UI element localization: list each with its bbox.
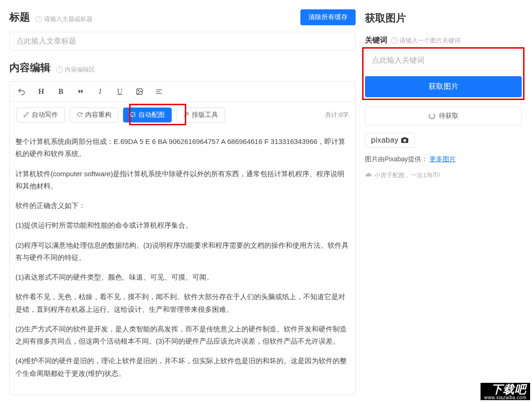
quote-icon[interactable] xyxy=(75,86,86,97)
undo-icon[interactable] xyxy=(16,86,27,97)
title-label: 标题 xyxy=(9,11,30,23)
content-paragraph: (1)提供运行时所需功能和性能的命令或计算机程序集合。 xyxy=(14,219,351,231)
italic-icon[interactable]: I xyxy=(95,86,105,97)
word-count: 共计:0字 xyxy=(325,111,349,119)
tip-row: 小虎子配图，一次1淘币! xyxy=(365,171,522,179)
content-paragraph: (2)生产方式不同的软件是开发，是人类智能的高发挥，而不是传统意义上的硬件制造。… xyxy=(14,323,351,348)
image-fetch-panel: 获取图片 关键词 ! 请输入一个图片关键词 获取图片 待获取 pixabay 图… xyxy=(365,9,522,395)
info-icon: ! xyxy=(36,16,42,22)
underline-icon[interactable]: U xyxy=(115,86,125,97)
image-match-icon xyxy=(130,112,136,119)
content-paragraph: 软件看不见，无色，枯燥，看不见，摸不到，闻不到。软件大部分存在于人们的头脑或纸上… xyxy=(14,291,351,316)
keyword-box: 获取图片 xyxy=(365,50,522,97)
more-images-link[interactable]: 更多图片 xyxy=(430,155,456,163)
content-section-header: 内容编辑 ! 内容编辑区 xyxy=(9,61,356,75)
svg-point-1 xyxy=(138,90,139,91)
restructure-button[interactable]: 内容重构 xyxy=(70,108,118,122)
credit-row: 图片由Pixabay提供： 更多图片 xyxy=(365,155,522,164)
editor-content-area[interactable]: 整个计算机系统由两部分组成：E.69DA 5 E 6 BA 9062616964… xyxy=(10,128,355,395)
formatting-toolbar: H B I U xyxy=(10,82,355,102)
image-icon[interactable] xyxy=(134,86,145,97)
content-paragraph: (4)维护不同的硬件是旧的，理论上软件是旧的，并不坏，但实际上软件也是旧的和坏的… xyxy=(14,355,351,380)
editor-container: H B I U 自动写作 xyxy=(9,81,356,395)
watermark-url: www.xiazaiba.com xyxy=(484,395,526,400)
auto-image-button[interactable]: 自动配图 xyxy=(123,108,172,122)
main-editor-panel: 标题 ! 请输入主题或标题 清除所有缓存 内容编辑 ! 内容编辑区 xyxy=(9,9,356,395)
fetch-image-title: 获取图片 xyxy=(365,11,522,25)
content-paragraph: 计算机软件(computer software)是指计算机系统中除硬件以外的所有… xyxy=(14,168,351,193)
keyword-hint: ! 请输入一个图片关键词 xyxy=(391,36,460,45)
fetch-image-button[interactable]: 获取图片 xyxy=(365,76,522,97)
bold-icon[interactable]: B xyxy=(56,86,66,97)
content-edit-label: 内容编辑 xyxy=(9,62,51,73)
content-paragraph: 软件的正确含义如下： xyxy=(14,200,351,212)
keyword-label-row: 关键词 ! 请输入一个图片关键词 xyxy=(365,36,522,45)
refresh-icon xyxy=(77,112,82,119)
tool-icon xyxy=(183,112,189,119)
keyword-label: 关键词 xyxy=(365,36,387,45)
article-title-input[interactable] xyxy=(9,32,356,50)
content-edit-hint: ! 内容编辑区 xyxy=(56,65,95,74)
auto-write-button[interactable]: 自动写作 xyxy=(16,108,65,122)
camera-icon xyxy=(401,136,409,144)
pending-button[interactable]: 待获取 xyxy=(365,107,522,125)
watermark-text: 下载吧 xyxy=(484,384,526,395)
cloud-icon xyxy=(365,172,372,179)
title-section-header: 标题 ! 请输入主题或标题 清除所有缓存 xyxy=(9,9,356,25)
align-icon[interactable] xyxy=(154,86,164,97)
pixabay-logo: pixabay xyxy=(365,133,415,148)
pencil-icon xyxy=(23,112,29,119)
keyword-input[interactable] xyxy=(365,50,522,71)
info-icon: ! xyxy=(391,37,398,44)
title-hint: ! 请输入主题或标题 xyxy=(36,15,93,23)
info-icon: ! xyxy=(56,66,63,73)
watermark: 下载吧 www.xiazaiba.com xyxy=(481,383,530,400)
content-paragraph: 整个计算机系统由两部分组成：E.69DA 5 E 6 BA 9062616964… xyxy=(14,136,351,160)
spinner-icon xyxy=(429,113,435,119)
content-paragraph: (1)表达形式不同的硬件类型、颜色、味道、可见、可摸、可闻。 xyxy=(14,271,351,283)
action-button-row: 自动写作 内容重构 自动配图 xyxy=(10,102,355,128)
clear-cache-button[interactable]: 清除所有缓存 xyxy=(300,9,356,25)
content-paragraph: (2)程序可以满意地处理信息的数据结构。(3)说明程序功能要求和程序需要的文档的… xyxy=(14,239,351,264)
heading-icon[interactable]: H xyxy=(36,86,46,97)
layout-tool-button[interactable]: 排版工具 xyxy=(176,108,225,122)
